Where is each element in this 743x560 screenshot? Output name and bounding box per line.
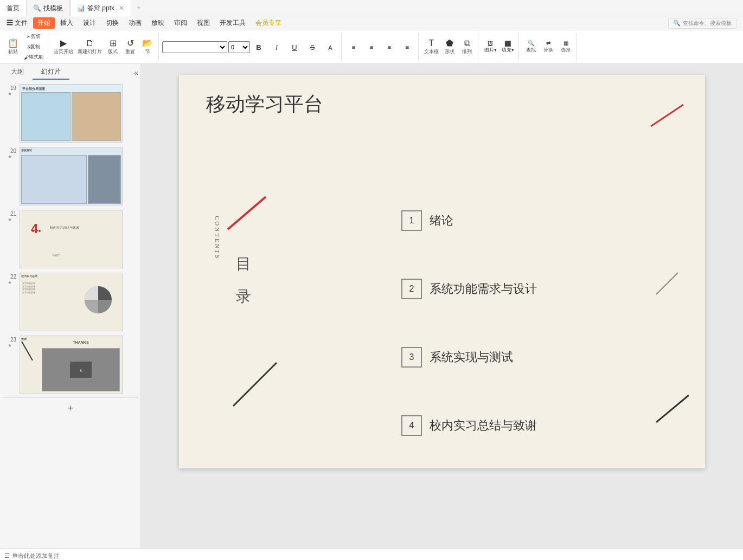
comment-text[interactable]: 单击此处添加备注 xyxy=(12,552,60,560)
font-color-button[interactable]: A xyxy=(322,43,339,52)
image-icon: 🖼 xyxy=(488,41,493,47)
slide-item[interactable]: 21 ★ 4 校内实习总结与致谢 PART xyxy=(2,209,138,269)
deco-line-red-top xyxy=(640,102,694,129)
comment-icon: ☰ xyxy=(4,552,10,559)
slide-number: 19 xyxy=(3,84,16,91)
insert-group: T 文本框 ⬟ 形状 ⧉ 排列 xyxy=(420,33,478,61)
svg-line-3 xyxy=(233,363,277,406)
select-button[interactable]: ▦ 选择 xyxy=(557,39,574,55)
tab-outline[interactable]: 大纲 xyxy=(2,65,33,80)
new-slide-icon: 🗋 xyxy=(86,39,94,48)
fill-button[interactable]: ⬛ 填充▾ xyxy=(499,40,516,55)
underline-button[interactable]: U xyxy=(286,42,303,53)
reset-button[interactable]: ↺ 重置 xyxy=(121,38,139,56)
menu-view[interactable]: 视图 xyxy=(193,17,214,29)
format-painter-icon: 🖌 xyxy=(24,55,29,60)
tab-close-icon[interactable]: ✕ xyxy=(119,0,124,16)
font-family-select[interactable] xyxy=(162,41,227,53)
slide-title: 移动学习平台 xyxy=(206,91,323,118)
paste-icon: 📋 xyxy=(8,39,18,48)
justify-button[interactable]: ≡ xyxy=(399,43,416,52)
search-icon: 🔍 xyxy=(673,20,681,27)
toc-text-3: 系统实现与测试 xyxy=(430,349,513,365)
font-group: 0 B I U S A xyxy=(160,33,342,61)
menu-review[interactable]: 审阅 xyxy=(170,17,191,29)
arrange-icon: ⧉ xyxy=(464,39,470,48)
align-right-button[interactable]: ≡ xyxy=(381,43,398,52)
menu-bar: ☰ 文件 开始 插入 设计 切换 动画 放映 审阅 视图 开发工具 会员专享 🔍… xyxy=(0,16,743,30)
align-left-button[interactable]: ≡ xyxy=(345,43,362,52)
lu-text: 录 xyxy=(236,286,251,307)
deco-line-black-right-bottom xyxy=(651,392,694,425)
italic-button[interactable]: I xyxy=(268,42,285,53)
menu-insert[interactable]: 插入 xyxy=(56,17,78,29)
textbox-button[interactable]: T 文本框 xyxy=(422,38,441,56)
slide-canvas[interactable]: 移动学习平台 CONTENTS 目 xyxy=(179,75,705,468)
svg-line-5 xyxy=(656,395,689,422)
shape-icon: ⬟ xyxy=(446,39,453,48)
cut-button[interactable]: ✂ 剪切 xyxy=(22,32,46,41)
arrange-button[interactable]: ⧉ 排列 xyxy=(458,38,476,56)
contents-vertical-text: CONTENTS xyxy=(214,216,221,260)
section-button[interactable]: 📂 节 xyxy=(139,38,156,56)
strikethrough-button[interactable]: S xyxy=(304,42,321,53)
toc-item-1: 1 绪论 xyxy=(401,210,453,231)
copy-button[interactable]: ⎘ 复制 xyxy=(22,42,46,52)
textbox-icon: T xyxy=(429,39,434,48)
menu-transition[interactable]: 切换 xyxy=(101,17,123,29)
sidebar-collapse-button[interactable]: « xyxy=(134,68,138,77)
menu-design[interactable]: 设计 xyxy=(79,17,100,29)
shape-button[interactable]: ⬟ 形状 xyxy=(441,38,458,56)
toc-item-4: 4 校内实习总结与致谢 xyxy=(401,415,537,436)
search-box[interactable]: 🔍 查找命令、搜索模板 xyxy=(668,18,736,29)
add-tab-button[interactable]: ＋ xyxy=(131,3,146,12)
star-icon: ★ xyxy=(8,91,14,96)
format-painter-button[interactable]: 🖌 格式刷 xyxy=(22,53,46,62)
slide-item[interactable]: 19 ★ 平台部分界面图 xyxy=(2,83,138,144)
select-icon: ▦ xyxy=(563,40,568,46)
slide-item[interactable]: 23 ★ 致谢 THANKS 🐧 xyxy=(2,334,138,395)
slide-thumbnail: 致谢 THANKS 🐧 xyxy=(20,336,123,394)
slide-number: 23 xyxy=(3,336,16,343)
image-group: 🖼 图片▾ ⬛ 填充▾ xyxy=(479,33,519,61)
start-current-button[interactable]: ▶ 当页开始 xyxy=(52,38,75,56)
canvas-area: 移动学习平台 CONTENTS 目 xyxy=(141,64,743,548)
tab-template[interactable]: 🔍 找模板 xyxy=(27,0,70,16)
find-button[interactable]: 🔍 查找 xyxy=(522,39,540,55)
section-icon: 📂 xyxy=(142,39,153,48)
toc-text-1: 绪论 xyxy=(430,213,453,229)
add-slide-button[interactable]: ＋ xyxy=(2,397,138,417)
menu-slideshow[interactable]: 放映 xyxy=(147,17,169,29)
toc-text-4: 校内实习总结与致谢 xyxy=(430,417,537,434)
tab-file[interactable]: 📊 答辩.pptx ✕ xyxy=(70,0,131,16)
toc-bracket-2: 2 xyxy=(401,279,422,299)
layout-icon: ⊞ xyxy=(110,39,117,48)
layout-button[interactable]: ⊞ 版式 xyxy=(104,38,121,56)
new-slide-button[interactable]: 🗋 新建幻灯片 xyxy=(75,38,104,56)
replace-button[interactable]: ⇄ 替换 xyxy=(540,39,557,55)
slide-item[interactable]: 20 ★ 系统测试 xyxy=(2,146,138,207)
slide-thumbnail: 系统测试 xyxy=(20,147,123,205)
image-button[interactable]: 🖼 图片▾ xyxy=(482,40,499,55)
tab-slides[interactable]: 幻灯片 xyxy=(33,65,69,80)
reset-icon: ↺ xyxy=(127,39,134,48)
paste-button[interactable]: 📋 粘贴 xyxy=(4,38,22,56)
mu-text: 目 xyxy=(236,254,251,274)
font-size-select[interactable]: 0 xyxy=(228,41,250,53)
slide-number: 22 xyxy=(3,273,16,280)
toc-bracket-3: 3 xyxy=(401,347,422,368)
menu-vip[interactable]: 会员专享 xyxy=(251,17,286,29)
align-center-button[interactable]: ≡ xyxy=(363,43,380,52)
svg-line-4 xyxy=(656,273,678,294)
menu-file[interactable]: ☰ 文件 xyxy=(2,17,32,29)
menu-developer[interactable]: 开发工具 xyxy=(215,17,250,29)
menu-start[interactable]: 开始 xyxy=(33,17,55,29)
star-icon: ★ xyxy=(8,154,14,159)
bold-button[interactable]: B xyxy=(250,42,267,53)
slide-item[interactable]: 22 ★ 校内实习总结 文字内容区域文字内容区域文字内容区域文字内容区域 xyxy=(2,272,138,332)
slide-number: 20 xyxy=(3,147,16,154)
deco-line-red-left xyxy=(222,194,277,237)
toc-bracket-1: 1 xyxy=(401,210,422,231)
menu-animation[interactable]: 动画 xyxy=(124,17,146,29)
tab-home[interactable]: 首页 xyxy=(0,0,27,16)
